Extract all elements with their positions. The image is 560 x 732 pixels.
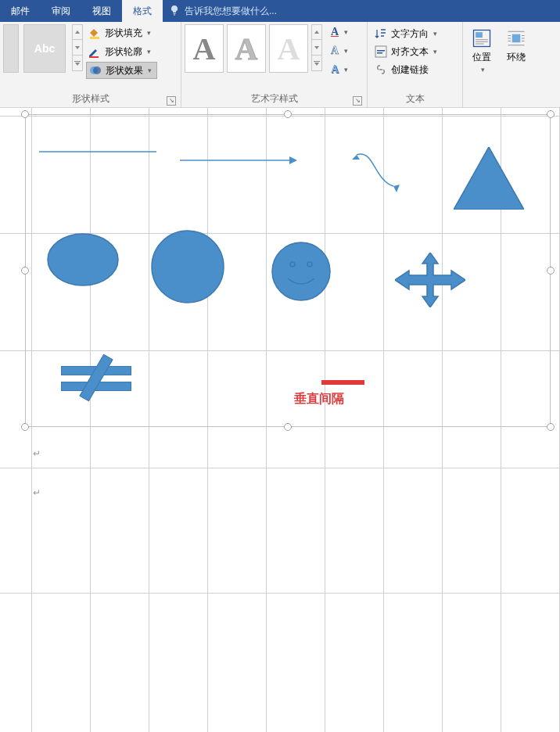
shape-style-gallery-prev[interactable] bbox=[3, 24, 19, 73]
svg-rect-2 bbox=[89, 56, 99, 58]
gallery-more-button[interactable] bbox=[72, 56, 83, 71]
chevron-down-icon: ▾ bbox=[148, 66, 152, 74]
shape-ellipse[interactable] bbox=[47, 233, 119, 286]
selection-handle[interactable] bbox=[547, 423, 555, 431]
wordart-gallery-more-button[interactable] bbox=[311, 56, 322, 71]
paint-bucket-icon bbox=[88, 26, 102, 40]
effects-icon bbox=[88, 63, 102, 77]
wordart-style-2[interactable]: A bbox=[227, 24, 266, 73]
shape-four-arrow[interactable] bbox=[395, 253, 465, 307]
text-effects-a-icon: A bbox=[327, 62, 343, 77]
svg-rect-8 bbox=[377, 52, 382, 54]
shape-circle[interactable] bbox=[150, 229, 225, 304]
document-canvas[interactable]: 垂直间隔 ↵ ↵ bbox=[0, 108, 560, 732]
chevron-down-icon: ▾ bbox=[147, 48, 151, 56]
group-shape-styles: Abc 形状填充 ▾ bbox=[0, 22, 181, 107]
chevron-down-icon: ▾ bbox=[481, 66, 485, 74]
tell-me-search[interactable]: 告诉我您想要做什么... bbox=[169, 5, 277, 18]
group-label-wordart: 艺术字样式 bbox=[251, 92, 298, 106]
gallery-down-button[interactable] bbox=[72, 40, 83, 56]
wrap-icon bbox=[505, 27, 527, 49]
chevron-down-icon: ▾ bbox=[344, 28, 348, 36]
align-text-button[interactable]: 对齐文本▾ bbox=[371, 44, 440, 59]
svg-rect-0 bbox=[74, 61, 81, 62]
selection-handle[interactable] bbox=[21, 267, 29, 274]
selection-handle[interactable] bbox=[547, 267, 555, 274]
dialog-launcher-icon[interactable]: ↘ bbox=[353, 96, 362, 106]
svg-point-4 bbox=[93, 66, 101, 74]
chevron-down-icon: ▾ bbox=[433, 30, 437, 38]
wrap-text-button[interactable]: 环绕 bbox=[501, 24, 532, 67]
shape-fill-button[interactable]: 形状填充 ▾ bbox=[86, 24, 157, 41]
selection-handle[interactable] bbox=[21, 423, 29, 431]
svg-rect-5 bbox=[314, 61, 320, 62]
ribbon: Abc 形状填充 ▾ bbox=[0, 22, 560, 108]
shape-effects-button[interactable]: 形状效果 ▾ bbox=[86, 62, 157, 79]
paragraph-mark: ↵ bbox=[33, 448, 41, 459]
chevron-down-icon: ▾ bbox=[344, 47, 348, 55]
annotation-bar bbox=[321, 380, 364, 385]
shape-outline-button[interactable]: 形状轮廓 ▾ bbox=[86, 43, 157, 60]
gallery-up-button[interactable] bbox=[72, 24, 83, 40]
selection-handle[interactable] bbox=[21, 110, 29, 118]
text-effects-button[interactable]: A▾ bbox=[327, 62, 348, 77]
chevron-down-icon: ▾ bbox=[344, 66, 348, 74]
selection-handle[interactable] bbox=[284, 110, 292, 118]
shape-style-gallery-item[interactable]: Abc bbox=[23, 24, 66, 73]
shape-triangle[interactable] bbox=[454, 147, 524, 210]
tab-mail[interactable]: 邮件 bbox=[0, 0, 41, 22]
ribbon-tabs: 邮件 审阅 视图 格式 告诉我您想要做什么... bbox=[0, 0, 560, 22]
selection-handle[interactable] bbox=[284, 423, 292, 431]
shape-smiley[interactable] bbox=[271, 241, 332, 302]
shape-not-equal[interactable] bbox=[61, 358, 131, 397]
text-direction-button[interactable]: 文字方向▾ bbox=[371, 26, 440, 41]
link-icon bbox=[374, 63, 388, 77]
text-outline-a-icon: A bbox=[327, 43, 343, 59]
tab-view[interactable]: 视图 bbox=[81, 0, 122, 22]
annotation-text: 垂直间隔 bbox=[294, 391, 344, 407]
dialog-launcher-icon[interactable]: ↘ bbox=[167, 96, 176, 106]
wordart-gallery-up-button[interactable] bbox=[311, 24, 322, 40]
svg-rect-1 bbox=[90, 37, 99, 39]
shape-arrow-line[interactable] bbox=[180, 155, 297, 166]
chevron-down-icon: ▾ bbox=[147, 29, 151, 37]
svg-rect-7 bbox=[377, 50, 385, 52]
group-label-shape-styles: 形状样式 bbox=[72, 92, 109, 106]
svg-rect-10 bbox=[476, 32, 483, 38]
tell-me-placeholder: 告诉我您想要做什么... bbox=[185, 5, 277, 18]
pen-icon bbox=[88, 45, 102, 59]
selection-handle[interactable] bbox=[547, 110, 555, 118]
tab-review[interactable]: 审阅 bbox=[41, 0, 81, 22]
wordart-gallery-down-button[interactable] bbox=[311, 40, 322, 56]
svg-point-15 bbox=[152, 231, 224, 303]
text-outline-button[interactable]: A▾ bbox=[327, 43, 348, 59]
wordart-style-1[interactable]: A bbox=[185, 24, 224, 73]
chevron-down-icon: ▾ bbox=[433, 48, 437, 56]
wordart-style-3[interactable]: A bbox=[269, 24, 308, 73]
text-direction-icon bbox=[374, 27, 388, 41]
svg-rect-11 bbox=[512, 34, 521, 43]
group-text: 文字方向▾ 对齐文本▾ 创建链接 文本 bbox=[368, 22, 463, 107]
create-link-button[interactable]: 创建链接 bbox=[371, 62, 440, 77]
text-fill-button[interactable]: A▾ bbox=[327, 24, 348, 40]
bulb-icon bbox=[169, 5, 180, 18]
group-arrange: 位置 ▾ 环绕 bbox=[463, 22, 560, 107]
shape-line[interactable] bbox=[39, 150, 156, 153]
group-label-text: 文本 bbox=[406, 92, 425, 106]
position-icon bbox=[471, 27, 493, 49]
group-wordart-styles: A A A A▾ A▾ A▾ 艺术字样式 ↘ bbox=[181, 22, 368, 107]
svg-rect-6 bbox=[375, 46, 386, 57]
shape-curved-connector[interactable] bbox=[350, 149, 405, 196]
position-button[interactable]: 位置 ▾ bbox=[466, 24, 497, 77]
svg-point-16 bbox=[272, 242, 330, 300]
svg-point-14 bbox=[48, 234, 118, 285]
paragraph-mark: ↵ bbox=[33, 487, 41, 498]
tab-format[interactable]: 格式 bbox=[122, 0, 163, 22]
align-text-icon bbox=[374, 45, 388, 59]
text-fill-a-icon: A bbox=[327, 24, 343, 40]
